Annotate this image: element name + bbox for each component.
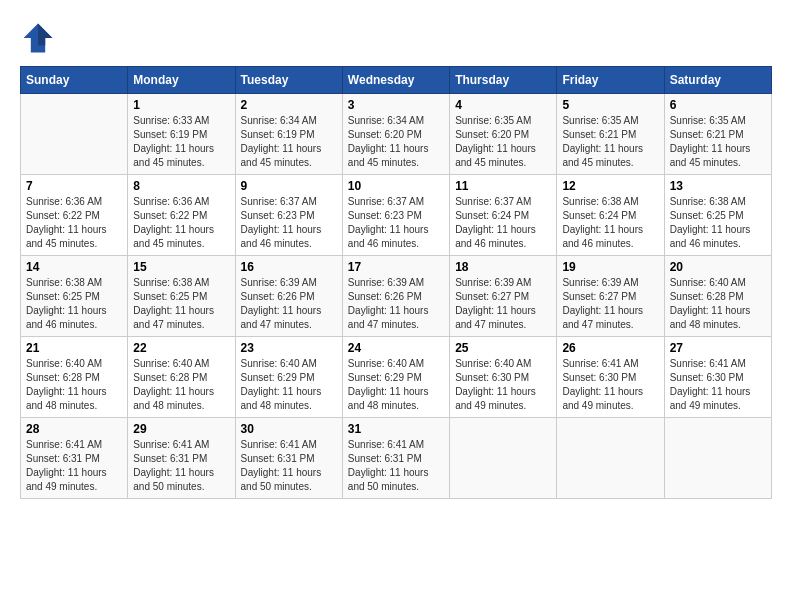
day-number: 28 bbox=[26, 422, 122, 436]
day-number: 6 bbox=[670, 98, 766, 112]
day-number: 22 bbox=[133, 341, 229, 355]
calendar-day: 10Sunrise: 6:37 AM Sunset: 6:23 PM Dayli… bbox=[342, 175, 449, 256]
day-number: 15 bbox=[133, 260, 229, 274]
col-header-thursday: Thursday bbox=[450, 67, 557, 94]
calendar-day: 2Sunrise: 6:34 AM Sunset: 6:19 PM Daylig… bbox=[235, 94, 342, 175]
day-number: 21 bbox=[26, 341, 122, 355]
day-info: Sunrise: 6:40 AM Sunset: 6:28 PM Dayligh… bbox=[133, 357, 229, 413]
calendar-day: 19Sunrise: 6:39 AM Sunset: 6:27 PM Dayli… bbox=[557, 256, 664, 337]
calendar-day: 20Sunrise: 6:40 AM Sunset: 6:28 PM Dayli… bbox=[664, 256, 771, 337]
calendar-day: 4Sunrise: 6:35 AM Sunset: 6:20 PM Daylig… bbox=[450, 94, 557, 175]
day-info: Sunrise: 6:41 AM Sunset: 6:31 PM Dayligh… bbox=[348, 438, 444, 494]
day-number: 13 bbox=[670, 179, 766, 193]
logo-icon bbox=[20, 20, 56, 56]
day-number: 31 bbox=[348, 422, 444, 436]
day-info: Sunrise: 6:39 AM Sunset: 6:27 PM Dayligh… bbox=[455, 276, 551, 332]
day-number: 7 bbox=[26, 179, 122, 193]
calendar-day: 22Sunrise: 6:40 AM Sunset: 6:28 PM Dayli… bbox=[128, 337, 235, 418]
calendar-day: 26Sunrise: 6:41 AM Sunset: 6:30 PM Dayli… bbox=[557, 337, 664, 418]
calendar-day: 18Sunrise: 6:39 AM Sunset: 6:27 PM Dayli… bbox=[450, 256, 557, 337]
day-info: Sunrise: 6:34 AM Sunset: 6:19 PM Dayligh… bbox=[241, 114, 337, 170]
calendar-day bbox=[450, 418, 557, 499]
day-info: Sunrise: 6:40 AM Sunset: 6:28 PM Dayligh… bbox=[670, 276, 766, 332]
calendar-day bbox=[557, 418, 664, 499]
calendar-day: 6Sunrise: 6:35 AM Sunset: 6:21 PM Daylig… bbox=[664, 94, 771, 175]
day-info: Sunrise: 6:33 AM Sunset: 6:19 PM Dayligh… bbox=[133, 114, 229, 170]
calendar-day: 15Sunrise: 6:38 AM Sunset: 6:25 PM Dayli… bbox=[128, 256, 235, 337]
calendar-day bbox=[664, 418, 771, 499]
day-info: Sunrise: 6:41 AM Sunset: 6:30 PM Dayligh… bbox=[562, 357, 658, 413]
day-info: Sunrise: 6:36 AM Sunset: 6:22 PM Dayligh… bbox=[133, 195, 229, 251]
day-info: Sunrise: 6:40 AM Sunset: 6:30 PM Dayligh… bbox=[455, 357, 551, 413]
day-number: 19 bbox=[562, 260, 658, 274]
day-number: 26 bbox=[562, 341, 658, 355]
day-number: 17 bbox=[348, 260, 444, 274]
day-info: Sunrise: 6:35 AM Sunset: 6:21 PM Dayligh… bbox=[562, 114, 658, 170]
calendar-table: SundayMondayTuesdayWednesdayThursdayFrid… bbox=[20, 66, 772, 499]
day-number: 12 bbox=[562, 179, 658, 193]
logo bbox=[20, 20, 62, 56]
calendar-header: SundayMondayTuesdayWednesdayThursdayFrid… bbox=[21, 67, 772, 94]
day-info: Sunrise: 6:34 AM Sunset: 6:20 PM Dayligh… bbox=[348, 114, 444, 170]
svg-marker-1 bbox=[38, 24, 52, 46]
day-info: Sunrise: 6:39 AM Sunset: 6:27 PM Dayligh… bbox=[562, 276, 658, 332]
calendar-day: 27Sunrise: 6:41 AM Sunset: 6:30 PM Dayli… bbox=[664, 337, 771, 418]
day-info: Sunrise: 6:40 AM Sunset: 6:29 PM Dayligh… bbox=[241, 357, 337, 413]
day-number: 5 bbox=[562, 98, 658, 112]
calendar-day: 7Sunrise: 6:36 AM Sunset: 6:22 PM Daylig… bbox=[21, 175, 128, 256]
day-info: Sunrise: 6:41 AM Sunset: 6:31 PM Dayligh… bbox=[133, 438, 229, 494]
day-number: 18 bbox=[455, 260, 551, 274]
day-number: 2 bbox=[241, 98, 337, 112]
day-info: Sunrise: 6:38 AM Sunset: 6:25 PM Dayligh… bbox=[26, 276, 122, 332]
day-info: Sunrise: 6:36 AM Sunset: 6:22 PM Dayligh… bbox=[26, 195, 122, 251]
day-number: 9 bbox=[241, 179, 337, 193]
day-info: Sunrise: 6:35 AM Sunset: 6:20 PM Dayligh… bbox=[455, 114, 551, 170]
calendar-week-2: 7Sunrise: 6:36 AM Sunset: 6:22 PM Daylig… bbox=[21, 175, 772, 256]
day-number: 27 bbox=[670, 341, 766, 355]
day-info: Sunrise: 6:41 AM Sunset: 6:31 PM Dayligh… bbox=[26, 438, 122, 494]
calendar-day: 12Sunrise: 6:38 AM Sunset: 6:24 PM Dayli… bbox=[557, 175, 664, 256]
day-info: Sunrise: 6:40 AM Sunset: 6:29 PM Dayligh… bbox=[348, 357, 444, 413]
day-info: Sunrise: 6:39 AM Sunset: 6:26 PM Dayligh… bbox=[241, 276, 337, 332]
day-info: Sunrise: 6:38 AM Sunset: 6:24 PM Dayligh… bbox=[562, 195, 658, 251]
col-header-monday: Monday bbox=[128, 67, 235, 94]
calendar-day: 25Sunrise: 6:40 AM Sunset: 6:30 PM Dayli… bbox=[450, 337, 557, 418]
day-info: Sunrise: 6:39 AM Sunset: 6:26 PM Dayligh… bbox=[348, 276, 444, 332]
calendar-day: 8Sunrise: 6:36 AM Sunset: 6:22 PM Daylig… bbox=[128, 175, 235, 256]
day-number: 16 bbox=[241, 260, 337, 274]
calendar-day: 24Sunrise: 6:40 AM Sunset: 6:29 PM Dayli… bbox=[342, 337, 449, 418]
day-number: 10 bbox=[348, 179, 444, 193]
calendar-week-4: 21Sunrise: 6:40 AM Sunset: 6:28 PM Dayli… bbox=[21, 337, 772, 418]
calendar-day: 23Sunrise: 6:40 AM Sunset: 6:29 PM Dayli… bbox=[235, 337, 342, 418]
day-info: Sunrise: 6:37 AM Sunset: 6:24 PM Dayligh… bbox=[455, 195, 551, 251]
day-number: 30 bbox=[241, 422, 337, 436]
calendar-day: 29Sunrise: 6:41 AM Sunset: 6:31 PM Dayli… bbox=[128, 418, 235, 499]
day-number: 11 bbox=[455, 179, 551, 193]
day-info: Sunrise: 6:41 AM Sunset: 6:30 PM Dayligh… bbox=[670, 357, 766, 413]
day-info: Sunrise: 6:38 AM Sunset: 6:25 PM Dayligh… bbox=[670, 195, 766, 251]
calendar-day: 30Sunrise: 6:41 AM Sunset: 6:31 PM Dayli… bbox=[235, 418, 342, 499]
day-info: Sunrise: 6:41 AM Sunset: 6:31 PM Dayligh… bbox=[241, 438, 337, 494]
day-number: 20 bbox=[670, 260, 766, 274]
col-header-sunday: Sunday bbox=[21, 67, 128, 94]
day-number: 29 bbox=[133, 422, 229, 436]
day-number: 14 bbox=[26, 260, 122, 274]
day-info: Sunrise: 6:37 AM Sunset: 6:23 PM Dayligh… bbox=[348, 195, 444, 251]
day-number: 23 bbox=[241, 341, 337, 355]
day-number: 4 bbox=[455, 98, 551, 112]
calendar-day: 13Sunrise: 6:38 AM Sunset: 6:25 PM Dayli… bbox=[664, 175, 771, 256]
day-number: 25 bbox=[455, 341, 551, 355]
calendar-day: 21Sunrise: 6:40 AM Sunset: 6:28 PM Dayli… bbox=[21, 337, 128, 418]
calendar-week-3: 14Sunrise: 6:38 AM Sunset: 6:25 PM Dayli… bbox=[21, 256, 772, 337]
day-number: 1 bbox=[133, 98, 229, 112]
col-header-tuesday: Tuesday bbox=[235, 67, 342, 94]
calendar-week-1: 1Sunrise: 6:33 AM Sunset: 6:19 PM Daylig… bbox=[21, 94, 772, 175]
col-header-friday: Friday bbox=[557, 67, 664, 94]
calendar-day: 28Sunrise: 6:41 AM Sunset: 6:31 PM Dayli… bbox=[21, 418, 128, 499]
calendar-day: 11Sunrise: 6:37 AM Sunset: 6:24 PM Dayli… bbox=[450, 175, 557, 256]
day-info: Sunrise: 6:35 AM Sunset: 6:21 PM Dayligh… bbox=[670, 114, 766, 170]
day-number: 24 bbox=[348, 341, 444, 355]
calendar-day: 14Sunrise: 6:38 AM Sunset: 6:25 PM Dayli… bbox=[21, 256, 128, 337]
day-info: Sunrise: 6:37 AM Sunset: 6:23 PM Dayligh… bbox=[241, 195, 337, 251]
day-number: 8 bbox=[133, 179, 229, 193]
